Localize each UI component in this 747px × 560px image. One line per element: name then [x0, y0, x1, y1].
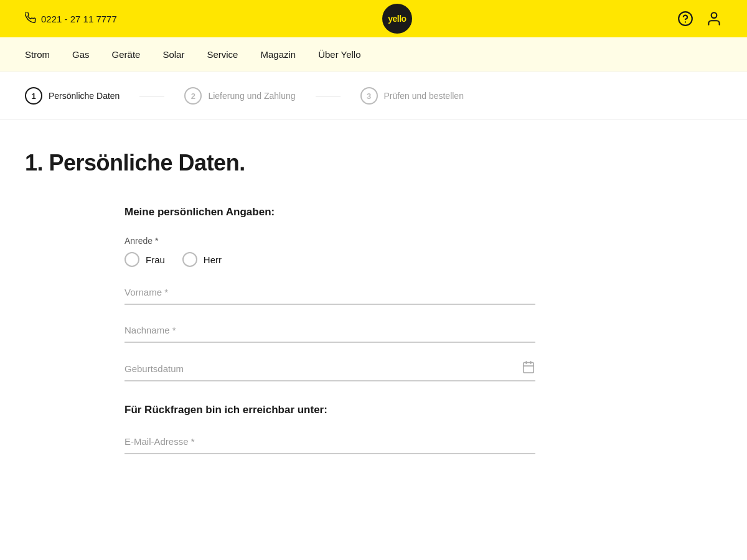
svg-rect-3: [524, 363, 534, 373]
radio-group: Frau Herr: [125, 252, 535, 267]
vorname-group: [125, 284, 535, 305]
nav-item-service[interactable]: Service: [207, 49, 238, 60]
step-separator-1: [139, 96, 164, 96]
step-3-circle: 3: [360, 87, 378, 105]
nachname-group: [125, 322, 535, 343]
page-title: 1. Persönliche Daten.: [25, 150, 722, 176]
nav-item-solar[interactable]: Solar: [162, 49, 184, 60]
top-icons: [677, 11, 722, 27]
top-bar: 0221 - 27 11 7777 yello: [0, 0, 747, 37]
vorname-input[interactable]: [125, 284, 535, 300]
nav-items: Strom Gas Geräte Solar Service Magazin Ü…: [25, 49, 361, 60]
geburtsdatum-group: [125, 360, 535, 381]
radio-herr[interactable]: Herr: [182, 252, 222, 267]
help-icon[interactable]: [677, 11, 693, 27]
geburtsdatum-input[interactable]: [125, 361, 522, 376]
geburtsdatum-input-wrapper: [125, 360, 535, 381]
form-wrapper: Meine persönlichen Angaben: Anrede * Fra…: [125, 206, 535, 454]
logo[interactable]: yello: [382, 4, 412, 34]
step-1-circle: 1: [25, 87, 42, 105]
user-icon[interactable]: [706, 11, 722, 27]
step-3-label: Prüfen und bestellen: [384, 91, 464, 101]
phone-container: 0221 - 27 11 7777: [25, 12, 117, 26]
email-input[interactable]: [125, 434, 535, 449]
anrede-label: Anrede *: [125, 236, 535, 246]
nav-item-geraete[interactable]: Geräte: [112, 49, 141, 60]
step-1-label: Persönliche Daten: [49, 91, 120, 101]
radio-herr-circle[interactable]: [182, 252, 197, 267]
radio-frau-circle[interactable]: [125, 252, 139, 267]
section2-label: Für Rückfragen bin ich erreichbar unter:: [125, 404, 535, 416]
nav-item-strom[interactable]: Strom: [25, 49, 50, 60]
nachname-input[interactable]: [125, 322, 535, 338]
svg-point-2: [712, 12, 717, 18]
anrede-group: Anrede * Frau Herr: [125, 236, 535, 267]
step-2[interactable]: 2 Lieferung und Zahlung: [184, 87, 295, 105]
main-content: 1. Persönliche Daten. Meine persönlichen…: [0, 120, 747, 509]
radio-frau-label: Frau: [146, 254, 165, 265]
step-2-label: Lieferung und Zahlung: [208, 91, 295, 101]
step-2-circle: 2: [184, 87, 202, 105]
calendar-icon[interactable]: [522, 360, 535, 376]
step-1[interactable]: 1 Persönliche Daten: [25, 87, 120, 105]
radio-herr-label: Herr: [204, 254, 222, 265]
stepper: 1 Persönliche Daten 2 Lieferung und Zahl…: [0, 72, 747, 120]
nav-item-magazin[interactable]: Magazin: [260, 49, 296, 60]
phone-icon: [25, 12, 36, 26]
nav-bar: Strom Gas Geräte Solar Service Magazin Ü…: [0, 37, 747, 72]
phone-number: 0221 - 27 11 7777: [41, 14, 117, 24]
radio-frau[interactable]: Frau: [125, 252, 165, 267]
vorname-input-wrapper: [125, 284, 535, 305]
email-group: [125, 434, 535, 454]
step-3[interactable]: 3 Prüfen und bestellen: [360, 87, 464, 105]
nachname-input-wrapper: [125, 322, 535, 343]
nav-item-gas[interactable]: Gas: [72, 49, 90, 60]
step-separator-2: [316, 96, 341, 96]
email-input-wrapper: [125, 434, 535, 454]
nav-item-ueber-yello[interactable]: Über Yello: [318, 49, 360, 60]
section1-label: Meine persönlichen Angaben:: [125, 206, 535, 218]
